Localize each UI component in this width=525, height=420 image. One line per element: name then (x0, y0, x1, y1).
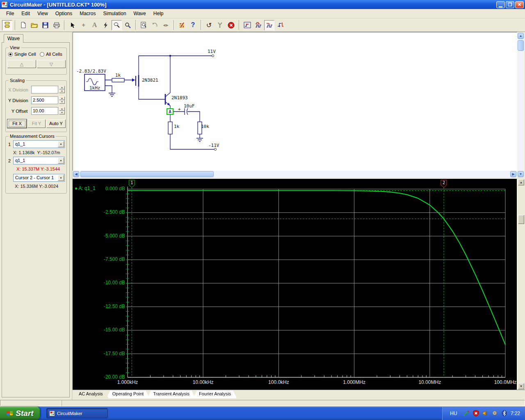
save-button[interactable] (40, 20, 50, 30)
open-folder-icon (31, 22, 38, 28)
tab-transient-analysis[interactable]: Transient Analysis (147, 390, 195, 398)
bluetooth-icon[interactable] (501, 410, 508, 417)
wire-editor-button[interactable] (177, 20, 187, 30)
y-division-spinner[interactable]: ▲▼ (59, 96, 65, 104)
y-offset-spinner[interactable]: ▲▼ (59, 107, 65, 114)
magnifier-icon (125, 22, 131, 28)
stop-simulation-button[interactable] (226, 20, 236, 30)
waveform-plot[interactable]: 12 ●A: q1_1 0.000 dB-2.500 dB-5.000 dB-7… (73, 179, 517, 390)
menu-file[interactable]: File (2, 9, 18, 18)
tab-label: Fourier Analysis (199, 391, 231, 396)
find-part-button[interactable] (139, 20, 149, 30)
help-button[interactable]: ? (188, 20, 198, 30)
menu-edit[interactable]: Edit (18, 9, 34, 18)
schematic-v-scrollbar[interactable]: ▲ ▼ (517, 32, 524, 178)
clock[interactable]: 7:22 (511, 411, 520, 416)
fit-x-button[interactable]: Fit X (7, 119, 27, 128)
setup-tools-button[interactable] (215, 20, 225, 30)
spin-down-icon[interactable]: ▼ (59, 100, 65, 104)
select-arrow-tool-button[interactable] (67, 20, 78, 30)
supply-neg-terminal (214, 148, 216, 150)
audio-device-icon[interactable] (492, 410, 498, 417)
spin-up-icon[interactable]: ▲ (59, 107, 65, 111)
text-tool-icon: A (92, 21, 97, 29)
schematic-h-scrollbar[interactable]: ◀ ▶ (73, 171, 517, 178)
mirror-icon: ◀▶ (163, 23, 169, 27)
cursor-flag-1[interactable]: 1 (129, 180, 135, 187)
cursor-diff-select[interactable]: Cursor 2 - Cursor 1 ▼ (13, 174, 65, 182)
print-button[interactable] (51, 20, 62, 30)
transient-analysis-button[interactable] (253, 20, 263, 30)
analyses-setup-button[interactable] (275, 20, 285, 30)
cursor2-signal-select[interactable]: q1_1 ▼ (13, 157, 65, 164)
chevron-down-icon[interactable]: ▼ (58, 175, 64, 181)
tab-ac-analysis[interactable]: AC Analysis (73, 390, 109, 398)
y-division-input[interactable]: 2.500 (31, 96, 58, 104)
tab-fourier-analysis[interactable]: Fourier Analysis (193, 390, 237, 398)
probe-tool-button[interactable] (112, 20, 122, 30)
rotate-button[interactable] (150, 20, 160, 30)
close-button[interactable]: ✕ (515, 1, 524, 8)
all-cells-radio[interactable]: All Cells (40, 52, 62, 57)
plot-scroll-thumb[interactable] (518, 215, 524, 224)
scroll-right-icon[interactable]: ▶ (510, 171, 516, 177)
text-tool-button[interactable]: A (89, 20, 100, 30)
tab-operating-point[interactable]: Operating Point (107, 390, 149, 398)
pen-settings-icon[interactable] (463, 410, 470, 417)
menu-simulation[interactable]: Simulation (100, 9, 130, 18)
parts-browser-button[interactable] (2, 20, 12, 30)
menu-help[interactable]: Help (150, 9, 167, 18)
y-offset-input[interactable]: 10.00 (31, 107, 58, 115)
mirror-button[interactable]: ◀▶ (161, 20, 171, 30)
menu-options[interactable]: Options (52, 9, 76, 18)
menu-wave[interactable]: Wave (130, 9, 150, 18)
chevron-down-icon[interactable]: ▼ (58, 141, 64, 147)
cursor-diff-readout: X: 15.336M Y:-3.0024 (15, 184, 58, 189)
single-cell-radio[interactable]: Single Cell (8, 52, 36, 57)
v-scroll-thumb[interactable] (518, 40, 524, 51)
cursor-flag-2[interactable]: 2 (441, 180, 447, 187)
spin-down-icon[interactable]: ▼ (59, 111, 65, 114)
x-division-spinner[interactable]: ▲▼ (59, 86, 65, 93)
taskbar-app-circuitmaker[interactable]: CircuitMaker (46, 408, 108, 418)
x-division-input[interactable] (31, 86, 58, 94)
sidebar-tab-wave[interactable]: Wave (4, 34, 23, 43)
auto-y-button[interactable]: Auto Y (46, 119, 66, 128)
delete-tool-button[interactable] (100, 20, 111, 30)
scroll-up-icon[interactable]: ▲ (518, 179, 524, 185)
start-button[interactable]: Start (0, 406, 40, 420)
menu-view[interactable]: View (34, 9, 52, 18)
previous-cell-button[interactable]: △ (7, 60, 36, 68)
scroll-left-icon[interactable]: ◀ (73, 171, 79, 177)
spin-up-icon[interactable]: ▲ (59, 86, 65, 89)
minimize-button[interactable]: ▁ (496, 1, 505, 8)
restore-button[interactable]: ❐ (506, 1, 514, 8)
wave-sidebar: Wave View Single Cell All Cells △ ▽ Scal… (0, 32, 73, 399)
scroll-down-icon[interactable]: ▼ (518, 383, 524, 389)
plot-canvas: 12 (73, 179, 517, 390)
cursor1-signal-select[interactable]: q1_1 ▼ (13, 140, 65, 148)
open-file-button[interactable] (29, 20, 39, 30)
cursor1-index: 1 (8, 142, 11, 147)
new-file-button[interactable] (18, 20, 28, 30)
spin-up-icon[interactable]: ▲ (59, 96, 65, 100)
ac-analysis-button[interactable] (264, 20, 274, 30)
spin-down-icon[interactable]: ▼ (59, 89, 65, 93)
menu-macros[interactable]: Macros (76, 9, 99, 18)
reset-simulation-button[interactable]: ↺ (204, 20, 214, 30)
dc-analysis-button[interactable] (242, 20, 252, 30)
security-alert-icon[interactable] (473, 410, 479, 417)
cursor2-signal-value: q1_1 (15, 158, 25, 163)
wire-plus-tool-button[interactable]: + (78, 20, 89, 30)
chevron-down-icon[interactable]: ▼ (58, 158, 64, 164)
schematic-canvas[interactable]: A -2.83/2.83V 1kHz 1k 2N3821 2N1893 11V … (73, 32, 517, 171)
scroll-down-icon[interactable]: ▼ (518, 171, 524, 177)
h-scroll-thumb[interactable] (80, 171, 214, 177)
zoom-tool-button[interactable] (123, 20, 133, 30)
volume-icon[interactable] (482, 410, 489, 417)
fit-y-button[interactable]: Fit Y (27, 119, 46, 128)
next-cell-button[interactable]: ▽ (37, 60, 66, 68)
language-indicator[interactable]: HU (447, 410, 460, 417)
plot-v-scrollbar[interactable]: ▲ ▼ (517, 179, 524, 390)
scroll-up-icon[interactable]: ▲ (518, 33, 524, 39)
